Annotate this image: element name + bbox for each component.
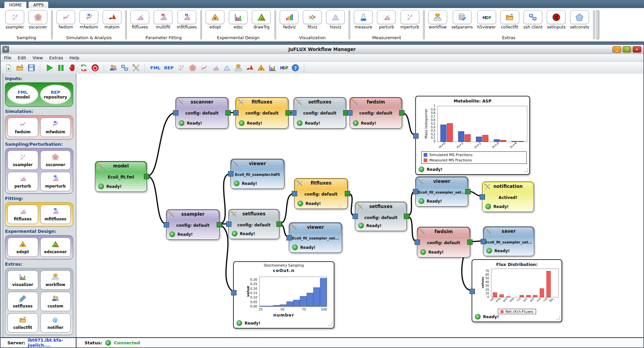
- input-oval-rep[interactable]: REPrepository: [40, 85, 71, 104]
- toolbar-help-button[interactable]: ?: [291, 63, 300, 72]
- output-port[interactable]: [285, 110, 291, 116]
- sidebar-fitfluxes-button[interactable]: fitfluxes: [7, 205, 38, 224]
- input-port[interactable]: [291, 110, 297, 116]
- minimize-button[interactable]: ▁: [612, 46, 621, 53]
- app-fwdviz-button[interactable]: fwdviz: [280, 10, 299, 29]
- input-port[interactable]: [347, 110, 353, 116]
- toolbar-restart-button[interactable]: [79, 63, 88, 72]
- toolbar-stop-hand-button[interactable]: [68, 63, 77, 72]
- sidebar-notifier-button[interactable]: @notifier: [40, 313, 71, 333]
- menu-extras[interactable]: Extras: [49, 55, 63, 60]
- app-ssampler-button[interactable]: ssampler: [5, 10, 24, 29]
- input-port[interactable]: [481, 239, 486, 244]
- sidebar-collectfit-button[interactable]: collectfit: [7, 313, 38, 333]
- app-multifit-button[interactable]: Mmultifit: [154, 10, 172, 29]
- app-edopt-button[interactable]: edopt: [206, 10, 224, 29]
- app-fitviz-button[interactable]: fitviz: [303, 10, 322, 29]
- node-sscanner-0[interactable]: sscannerconfig: default✓Ready!: [175, 97, 228, 129]
- toolbar-barchart-button[interactable]: [268, 63, 277, 72]
- toolbar-rep-button[interactable]: REP: [163, 65, 174, 70]
- input-port[interactable]: [164, 222, 169, 227]
- app-setinputs-button[interactable]: Csetinputs: [547, 10, 566, 29]
- window-titlebar[interactable]: ▼ JuFLUX Workflow Manager ▁ ❐ ✕: [1, 45, 643, 54]
- ribbon-scrollbar[interactable]: [596, 10, 599, 40]
- menu-help[interactable]: Help: [69, 55, 79, 60]
- resize-handle[interactable]: [327, 320, 332, 327]
- app-setparams-button[interactable]: setparams: [451, 10, 473, 29]
- output-port[interactable]: [465, 189, 471, 194]
- sidebar-edopt-button[interactable]: edopt: [7, 237, 38, 257]
- toolbar-gauss-button[interactable]: [222, 63, 231, 72]
- toolbar-computers-button[interactable]: [120, 63, 129, 72]
- window-menu-button[interactable]: ▼: [2, 46, 9, 53]
- output-port[interactable]: [467, 239, 473, 245]
- toolbar-run-button[interactable]: [45, 63, 54, 72]
- sidebar-mfwdsim-button[interactable]: Mmfwdsim: [40, 118, 71, 137]
- tab-home[interactable]: HOME: [4, 1, 27, 8]
- node-setfluxes-2[interactable]: setfluxesconfig: default✓Ready!: [293, 97, 346, 129]
- toolbar-scatter-button[interactable]: [177, 63, 186, 72]
- chart-stoichiometry-sampling[interactable]: Stoichiometry SamplingcoOut.n0,300,250,2…: [233, 261, 334, 329]
- output-port[interactable]: [217, 222, 222, 227]
- resize-handle[interactable]: [522, 166, 528, 173]
- sidebar-fwdsim-button[interactable]: fwdsim: [7, 118, 38, 137]
- chart-flux-distribution[interactable]: Flux Distribution:706050403020100valuesu…: [472, 259, 562, 322]
- app-measure-button[interactable]: measure: [354, 10, 373, 29]
- chart-metabolite-asp[interactable]: Metabolite: ASP10,90,80,70,60,50,40,30,2…: [415, 96, 530, 175]
- sidebar-scrollbar[interactable]: [1, 74, 3, 338]
- toolbar-users-button[interactable]: [109, 63, 118, 72]
- app-mperturb-button[interactable]: mperturb: [400, 10, 419, 29]
- input-port[interactable]: [415, 239, 420, 245]
- input-port[interactable]: [173, 110, 178, 116]
- sidebar-sscanner-button[interactable]: sscanner: [40, 150, 71, 170]
- output-port[interactable]: [276, 221, 282, 227]
- node-fitfluxes-1[interactable]: fitfluxesconfig: default✓Ready!: [235, 97, 288, 129]
- restore-button[interactable]: ❐: [623, 46, 631, 53]
- node-ssampler-7[interactable]: ssamplerconfig: default✓Ready!: [166, 209, 220, 240]
- app-h5viewer-button[interactable]: HDFh5viewer: [477, 10, 496, 29]
- toolbar-curve-button[interactable]: [200, 63, 209, 72]
- app-ssh-client-button[interactable]: ssh client: [524, 10, 543, 29]
- toolbar-fml-button[interactable]: FML: [150, 65, 161, 70]
- app-collectfit-button[interactable]: collectfit: [500, 10, 519, 29]
- sidebar-edscanner-button[interactable]: edscanner: [40, 237, 71, 257]
- sidebar-workflow-button[interactable]: workflow: [40, 270, 71, 290]
- app-mfitfluxes-button[interactable]: Mmfitfluxes: [177, 10, 197, 29]
- app-fitfluxes-button[interactable]: fitfluxes: [130, 10, 149, 29]
- input-port[interactable]: [480, 194, 485, 200]
- node-fitfluxes-6[interactable]: fitfluxesconfig: default✓Ready!: [294, 178, 348, 209]
- toolbar-hdf-button[interactable]: HDF: [279, 63, 288, 72]
- app-fwdism-button[interactable]: fwdism: [56, 10, 75, 29]
- input-port[interactable]: [233, 110, 238, 116]
- output-port[interactable]: [404, 214, 409, 219]
- sidebar-mfitfluxes-button[interactable]: Mmfitfluxes: [40, 205, 71, 224]
- toolbar-rainbow-triangle-button[interactable]: [257, 63, 266, 72]
- toolbar-area-button[interactable]: [211, 63, 220, 72]
- server-value[interactable]: ibt071.ibt.kfa-juelich....: [28, 338, 76, 348]
- node-fwdsim-3[interactable]: fwdsimconfig: default✓Ready!: [350, 97, 402, 129]
- output-port[interactable]: [144, 174, 149, 179]
- app-hisviz-button[interactable]: hisviz: [326, 10, 345, 29]
- app-matsim-button[interactable]: matsim: [103, 10, 121, 29]
- node-fwdsim-13[interactable]: fwdsimconfig: default✓Ready!: [417, 227, 470, 258]
- node-notification-12[interactable]: notificationActived!✓Ready!: [482, 182, 534, 212]
- workflow-canvas[interactable]: sscannerconfig: default✓Ready!fitfluxesc…: [76, 74, 643, 338]
- app-sscanner-button[interactable]: sscanner: [29, 10, 47, 29]
- toolbar-folder-button[interactable]: [15, 63, 24, 72]
- sidebar-visualizer-button[interactable]: visualizer: [7, 270, 38, 290]
- menu-edit[interactable]: Edit: [18, 55, 26, 60]
- toolbar-tools-button[interactable]: [131, 63, 141, 72]
- node-model-4[interactable]: modelEcoli_fit.fml✓Ready!: [95, 161, 147, 192]
- app-perturb-button[interactable]: perturb: [377, 10, 396, 29]
- resize-handle[interactable]: [554, 314, 560, 321]
- tab-apps[interactable]: APPS: [28, 1, 49, 8]
- toolbar-new-file-button[interactable]: [4, 63, 13, 72]
- input-port[interactable]: [353, 214, 358, 219]
- input-port[interactable]: [286, 235, 292, 240]
- app-workflow-button[interactable]: workflow: [428, 10, 447, 29]
- input-port[interactable]: [292, 191, 297, 196]
- output-port[interactable]: [345, 191, 350, 196]
- input-oval-fml[interactable]: FMLmodel: [7, 85, 38, 104]
- toolbar-power-button[interactable]: [91, 63, 100, 72]
- node-viewer-11[interactable]: viewerEcoli_fit_ssampler_set...✓Ready!: [415, 177, 468, 207]
